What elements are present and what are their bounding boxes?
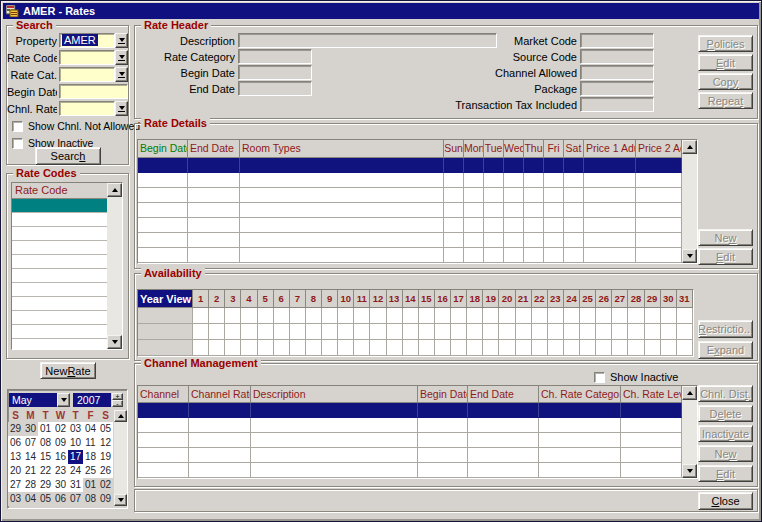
availability-cell[interactable] (516, 340, 532, 356)
availability-cell[interactable] (225, 340, 241, 356)
availability-row[interactable] (138, 308, 693, 324)
availability-cell[interactable] (467, 324, 483, 340)
rate-code-row[interactable] (12, 227, 107, 241)
calendar-year-down-button[interactable]: - (112, 400, 123, 407)
calendar-day[interactable]: 07 (68, 492, 83, 506)
availability-cell[interactable] (419, 324, 435, 340)
rate-details-scrollbar[interactable] (682, 140, 697, 263)
availability-cell[interactable] (661, 308, 677, 324)
availability-cell[interactable] (290, 308, 306, 324)
availability-cell[interactable] (483, 340, 499, 356)
availability-cell[interactable] (322, 340, 338, 356)
calendar-day[interactable]: 13 (8, 450, 23, 464)
availability-row[interactable] (138, 324, 693, 340)
rate-details-row[interactable] (138, 218, 682, 233)
close-button[interactable]: Close (698, 492, 753, 510)
availability-cell[interactable] (274, 308, 290, 324)
availability-cell[interactable] (612, 340, 628, 356)
calendar-day[interactable]: 06 (53, 492, 68, 506)
availability-cell[interactable] (451, 340, 467, 356)
availability-cell[interactable] (241, 340, 257, 356)
availability-cell[interactable] (419, 308, 435, 324)
rate-details-scrollbar-up-button[interactable] (682, 140, 697, 154)
availability-cell[interactable] (322, 324, 338, 340)
availability-cell[interactable] (370, 324, 386, 340)
channel-scrollbar-track[interactable] (682, 400, 697, 464)
availability-cell[interactable] (338, 324, 354, 340)
calendar-day[interactable]: 29 (8, 422, 23, 436)
availability-cell[interactable] (225, 324, 241, 340)
calendar-day-selected[interactable]: 17 (68, 450, 83, 464)
calendar-day[interactable]: 09 (98, 492, 113, 506)
availability-cell[interactable] (258, 308, 274, 324)
chnl-dist-button[interactable]: Chnl. Dist. (698, 385, 753, 402)
rate-code-row[interactable] (12, 297, 107, 311)
availability-cell[interactable] (548, 340, 564, 356)
chnl-rate-dropdown-button[interactable] (115, 101, 128, 116)
availability-cell[interactable] (274, 324, 290, 340)
calendar-day[interactable]: 26 (98, 464, 113, 478)
calendar-day[interactable]: 15 (38, 450, 53, 464)
rate-codes-scrollbar-up-button[interactable] (107, 183, 122, 197)
availability-cell[interactable] (274, 340, 290, 356)
calendar-year-field[interactable]: 2007 (73, 393, 111, 407)
availability-cell[interactable] (290, 340, 306, 356)
rate-codes-scrollbar-down-button[interactable] (107, 335, 122, 349)
calendar-day[interactable]: 04 (83, 422, 98, 436)
inactivate-button[interactable]: Inactivate (698, 425, 753, 442)
availability-cell[interactable] (306, 340, 322, 356)
rate-codes-scrollbar[interactable] (107, 183, 122, 349)
availability-cell[interactable] (628, 324, 644, 340)
availability-cell[interactable] (193, 308, 209, 324)
channel-row-selected[interactable] (138, 403, 682, 418)
calendar-day[interactable]: 30 (53, 478, 68, 492)
calendar-day[interactable]: 16 (53, 450, 68, 464)
availability-cell[interactable] (387, 308, 403, 324)
availability-cell[interactable] (209, 308, 225, 324)
calendar-day[interactable]: 28 (23, 478, 38, 492)
availability-cell[interactable] (628, 340, 644, 356)
rate-codes-scrollbar-track[interactable] (107, 197, 122, 335)
channel-row[interactable] (138, 433, 682, 448)
availability-cell[interactable] (338, 308, 354, 324)
calendar-day[interactable]: 07 (23, 436, 38, 450)
calendar-day[interactable]: 01 (83, 478, 98, 492)
calendar-year-up-button[interactable]: + (112, 393, 123, 400)
channel-row[interactable] (138, 463, 682, 478)
rate-details-row[interactable] (138, 248, 682, 263)
restrictions-button[interactable]: Restrictio... (698, 320, 753, 338)
availability-cell[interactable] (193, 324, 209, 340)
availability-cell[interactable] (193, 340, 209, 356)
availability-cell[interactable] (677, 340, 693, 356)
expand-button[interactable]: Expand (698, 341, 753, 359)
rate-code-row[interactable] (12, 339, 107, 350)
calendar-day[interactable]: 01 (38, 422, 53, 436)
availability-cell[interactable] (483, 308, 499, 324)
channel-scrollbar-up-button[interactable] (682, 386, 697, 400)
calendar-day[interactable]: 03 (8, 492, 23, 506)
availability-cell[interactable] (516, 308, 532, 324)
rate-details-new-button[interactable]: New (698, 229, 753, 246)
calendar-day[interactable]: 04 (23, 492, 38, 506)
availability-cell[interactable] (532, 324, 548, 340)
availability-cell[interactable] (467, 340, 483, 356)
channel-new-button[interactable]: New (698, 445, 753, 462)
calendar-day[interactable]: 22 (38, 464, 53, 478)
availability-cell[interactable] (628, 308, 644, 324)
availability-cell[interactable] (564, 340, 580, 356)
availability-cell[interactable] (467, 308, 483, 324)
availability-cell[interactable] (209, 324, 225, 340)
availability-cell[interactable] (564, 324, 580, 340)
availability-cell[interactable] (580, 308, 596, 324)
calendar-month-select[interactable]: May (9, 393, 57, 407)
availability-cell[interactable] (354, 340, 370, 356)
calendar-day[interactable]: 19 (98, 450, 113, 464)
show-chnl-not-allowed-checkbox[interactable] (12, 121, 23, 132)
availability-cell[interactable] (435, 308, 451, 324)
availability-cell[interactable] (661, 340, 677, 356)
calendar-day[interactable]: 20 (8, 464, 23, 478)
calendar-day[interactable]: 05 (98, 422, 113, 436)
availability-cell[interactable] (645, 340, 661, 356)
channel-scrollbar[interactable] (682, 386, 697, 478)
availability-cell[interactable] (290, 324, 306, 340)
